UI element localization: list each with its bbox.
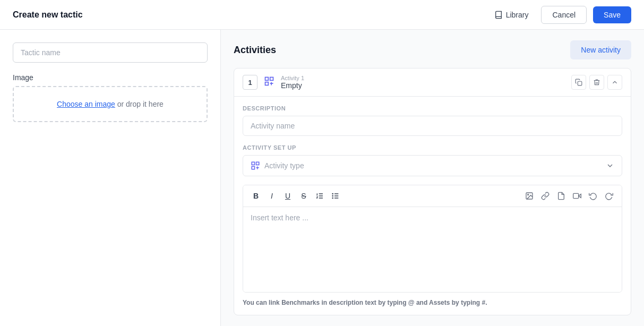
svg-rect-4 <box>252 162 254 165</box>
svg-rect-0 <box>265 77 269 80</box>
strikethrough-button[interactable]: S <box>296 188 311 203</box>
document-icon <box>557 192 565 200</box>
activity-type-dropdown[interactable]: Activity type <box>243 155 622 176</box>
bold-button[interactable]: B <box>248 188 263 203</box>
library-button[interactable]: Library <box>488 6 535 23</box>
drop-text: or drop it here <box>115 100 164 108</box>
ordered-list-icon <box>315 192 324 200</box>
link-icon <box>541 192 549 200</box>
image-drop-zone[interactable]: Choose an image or drop it here <box>13 86 208 122</box>
unordered-list-button[interactable] <box>328 188 343 203</box>
video-icon <box>573 192 581 200</box>
setup-section-label: ACTIVITY SET UP <box>243 144 622 151</box>
activity-label: Activity 1 <box>281 75 565 81</box>
left-panel: Image Choose an image or drop it here <box>0 30 221 326</box>
svg-rect-2 <box>265 82 269 85</box>
video-insert-button[interactable] <box>570 188 585 203</box>
activity-info: Activity 1 Empty <box>281 75 565 90</box>
image-label: Image <box>13 73 208 82</box>
right-panel: Activities New activity 1 Activity 1 Emp… <box>221 30 644 326</box>
activity-type-left: Activity type <box>251 161 304 170</box>
choose-image-link[interactable]: Choose an image <box>57 100 115 108</box>
description-section-label: DESCRIPTION <box>243 105 622 111</box>
book-icon <box>494 11 503 19</box>
undo-button[interactable] <box>586 188 600 203</box>
activity-number: 1 <box>243 75 257 90</box>
cancel-button[interactable]: Cancel <box>541 6 587 24</box>
svg-rect-19 <box>573 193 579 198</box>
trash-icon <box>593 79 600 86</box>
activities-title: Activities <box>234 45 276 56</box>
image-icon <box>525 192 534 200</box>
rich-text-editor: B I U S <box>243 185 622 293</box>
editor-content-area[interactable]: Insert text here ... <box>243 207 622 292</box>
activity-type-icon <box>264 76 274 89</box>
svg-marker-18 <box>579 194 581 198</box>
top-bar: Create new tactic Library Cancel Save <box>0 0 644 30</box>
svg-rect-6 <box>252 167 254 169</box>
new-activity-button[interactable]: New activity <box>570 40 631 59</box>
redo-button[interactable] <box>602 188 616 203</box>
activity-card-actions <box>571 75 622 90</box>
page-title: Create new tactic <box>13 10 83 20</box>
underline-button[interactable]: U <box>280 188 295 203</box>
svg-point-17 <box>528 194 529 195</box>
image-insert-button[interactable] <box>522 188 537 203</box>
activity-collapse-button[interactable] <box>607 75 622 90</box>
svg-rect-1 <box>270 77 273 80</box>
copy-icon <box>575 79 582 86</box>
activity-body: DESCRIPTION ACTIVITY SET UP Activity typ… <box>234 97 631 315</box>
activity-duplicate-button[interactable] <box>571 75 586 90</box>
tactic-name-input[interactable] <box>13 42 208 63</box>
activity-name: Empty <box>281 81 565 90</box>
activity-card: 1 Activity 1 Empty <box>234 68 631 315</box>
svg-point-13 <box>332 193 333 194</box>
chevron-up-icon <box>611 79 619 86</box>
chevron-down-icon <box>606 161 614 170</box>
editor-hint: You can link Benchmarks in description t… <box>243 299 622 306</box>
save-button[interactable]: Save <box>593 6 631 23</box>
activity-type-icon-small <box>251 161 260 170</box>
top-bar-actions: Library Cancel Save <box>488 6 631 24</box>
italic-button[interactable]: I <box>264 188 279 203</box>
svg-rect-5 <box>256 162 259 165</box>
main-layout: Image Choose an image or drop it here Ac… <box>0 30 644 326</box>
unordered-list-icon <box>331 192 340 200</box>
activity-description-input[interactable] <box>243 116 622 136</box>
ordered-list-button[interactable] <box>312 188 327 203</box>
activities-header: Activities New activity <box>234 40 631 59</box>
undo-icon <box>589 192 597 200</box>
activity-card-header: 1 Activity 1 Empty <box>234 68 631 97</box>
editor-toolbar: B I U S <box>243 185 622 207</box>
activity-delete-button[interactable] <box>589 75 604 90</box>
svg-point-14 <box>332 195 333 196</box>
redo-icon <box>605 192 613 200</box>
svg-point-15 <box>332 198 333 198</box>
document-insert-button[interactable] <box>554 188 569 203</box>
link-insert-button[interactable] <box>538 188 553 203</box>
editor-placeholder: Insert text here ... <box>251 213 308 222</box>
svg-rect-3 <box>578 81 582 85</box>
activity-type-placeholder: Activity type <box>264 161 304 170</box>
